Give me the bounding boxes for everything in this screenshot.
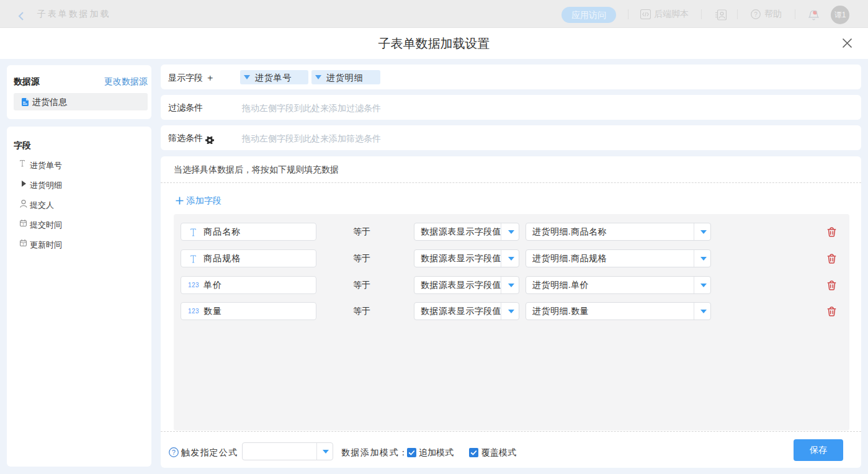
svg-text:7: 7: [22, 223, 25, 226]
svg-text:7: 7: [22, 243, 25, 246]
svg-text:?: ?: [172, 449, 176, 456]
svg-text:?: ?: [754, 11, 758, 18]
